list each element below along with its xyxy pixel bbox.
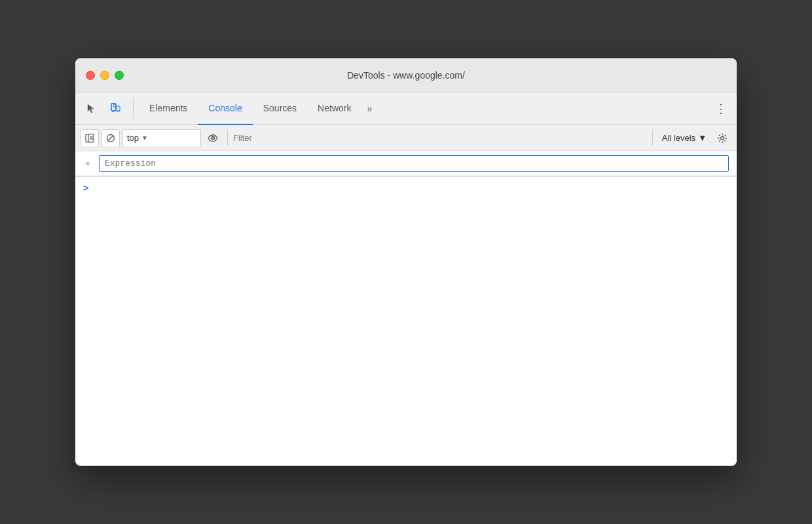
tab-sources[interactable]: Sources — [253, 92, 307, 125]
settings-button[interactable] — [713, 129, 731, 147]
svg-line-11 — [108, 136, 113, 141]
tabs: Elements Console Sources Network » — [139, 92, 425, 125]
filter-input[interactable] — [233, 133, 647, 143]
svg-point-13 — [212, 138, 213, 139]
cursor-icon — [85, 103, 97, 115]
levels-arrow-icon: ▼ — [698, 133, 707, 143]
toolbar-icons — [81, 98, 134, 119]
minimize-button[interactable] — [100, 71, 109, 80]
more-tabs-button[interactable]: » — [361, 92, 377, 125]
device-toolbar-button[interactable] — [104, 98, 125, 119]
toolbar-divider-2 — [652, 130, 653, 146]
console-content: × > — [75, 151, 737, 466]
close-button[interactable] — [86, 71, 95, 80]
expression-close-button[interactable]: × — [83, 159, 92, 168]
live-expression-button[interactable] — [204, 129, 222, 147]
context-arrow-icon: ▼ — [141, 134, 148, 141]
log-levels-selector[interactable]: All levels ▼ — [658, 133, 710, 143]
gear-icon — [717, 133, 728, 143]
clear-console-button[interactable] — [101, 129, 120, 147]
mobile-icon — [109, 103, 120, 115]
tab-console[interactable]: Console — [198, 92, 252, 125]
prompt-chevron-icon: > — [83, 183, 88, 193]
console-toolbar: top ▼ All levels ▼ — [75, 125, 737, 151]
expression-row: × — [75, 151, 737, 176]
maximize-button[interactable] — [115, 71, 124, 80]
devtools-menu-button[interactable]: ⋮ — [710, 98, 731, 119]
toolbar-divider — [227, 130, 228, 146]
svg-rect-1 — [113, 104, 115, 107]
show-console-sidebar-button[interactable] — [81, 129, 99, 147]
tab-network[interactable]: Network — [307, 92, 361, 125]
inspect-element-button[interactable] — [81, 98, 101, 119]
no-icon — [106, 134, 115, 143]
sidebar-icon — [85, 134, 94, 143]
traffic-lights — [86, 71, 124, 80]
filter-wrapper — [233, 129, 647, 147]
tab-elements[interactable]: Elements — [139, 92, 198, 125]
eye-icon — [207, 134, 219, 143]
execution-context-selector[interactable]: top ▼ — [122, 129, 201, 147]
window-title: DevTools - www.google.com/ — [347, 70, 465, 81]
devtools-window: DevTools - www.google.com/ — [75, 58, 737, 466]
title-bar: DevTools - www.google.com/ — [75, 58, 737, 92]
console-prompt-area: > — [75, 176, 737, 198]
tab-bar: Elements Console Sources Network » ⋮ — [75, 92, 737, 125]
svg-point-14 — [721, 136, 724, 140]
expression-input[interactable] — [99, 155, 729, 172]
